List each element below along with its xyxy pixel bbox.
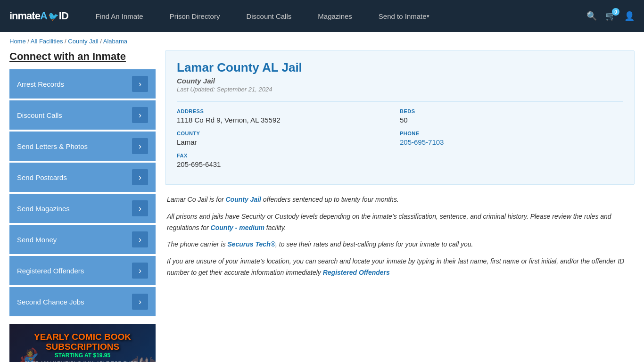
arrow-icon: › (132, 169, 148, 185)
fax-label: FAX (177, 153, 400, 158)
fax-cell: FAX 205-695-6431 (177, 153, 400, 175)
arrow-icon: › (132, 231, 148, 247)
nav-discount-calls[interactable]: Discount Calls (233, 0, 305, 32)
county-cell: COUNTY Lamar (177, 131, 400, 153)
header: inmateA🐦ID Find An Inmate Prison Directo… (0, 0, 644, 32)
content-area: Lamar County AL Jail County Jail Last Up… (165, 50, 635, 362)
facility-card: Lamar County AL Jail County Jail Last Up… (165, 50, 635, 185)
desc-para4: If you are unsure of your inmate’s locat… (167, 256, 633, 279)
phone-cell: PHONE 205-695-7103 (400, 131, 623, 153)
sidebar-send-magazines[interactable]: Send Magazines › (9, 194, 156, 223)
logo[interactable]: inmateA🐦ID (9, 10, 68, 22)
facility-info-grid: ADDRESS 1118 Co Rd 9, Vernon, AL 35592 B… (177, 101, 623, 175)
nav-send-to-inmate[interactable]: Send to Inmate (365, 0, 443, 32)
main-layout: Connect with an Inmate Arrest Records › … (0, 50, 644, 362)
securus-tech-link[interactable]: Securus Tech® (227, 240, 275, 248)
phone-label: PHONE (400, 131, 623, 136)
logo-text: inmateA🐦ID (9, 10, 68, 22)
facility-description: Lamar Co Jail is for County Jail offende… (165, 194, 635, 279)
facility-type: County Jail (177, 77, 623, 85)
sidebar: Connect with an Inmate Arrest Records › … (9, 50, 156, 362)
county-label: COUNTY (177, 131, 400, 136)
breadcrumb: Home / All Facilities / County Jail / Al… (0, 32, 644, 50)
user-icon[interactable]: 👤 (624, 11, 635, 21)
arrow-icon: › (132, 263, 148, 279)
facility-updated: Last Updated: September 21, 2024 (177, 86, 623, 93)
fax-value: 205-695-6431 (177, 160, 400, 168)
header-icons: 🔍 🛒 0 👤 (586, 11, 635, 21)
cart-badge: 0 (612, 8, 619, 16)
county-medium-link[interactable]: County - medium (211, 224, 264, 231)
address-value: 1118 Co Rd 9, Vernon, AL 35592 (177, 116, 400, 124)
desc-para3: The phone carrier is Securus Tech®, to s… (167, 239, 633, 250)
desc-para1: Lamar Co Jail is for County Jail offende… (167, 194, 633, 206)
breadcrumb-county-jail[interactable]: County Jail (68, 38, 98, 45)
sidebar-registered-offenders[interactable]: Registered Offenders › (9, 256, 156, 285)
desc-para2: All prisons and jails have Security or C… (167, 211, 633, 234)
ad-title: YEARLY COMIC BOOK SUBSCRIPTIONS (34, 332, 131, 352)
search-icon[interactable]: 🔍 (586, 11, 597, 21)
registered-offenders-link[interactable]: Registered Offenders (323, 269, 390, 276)
arrow-icon: › (132, 107, 148, 123)
sidebar-second-chance-jobs[interactable]: Second Chance Jobs › (9, 287, 156, 316)
arrow-icon: › (132, 76, 148, 92)
beds-value: 50 (400, 116, 623, 124)
sidebar-title: Connect with an Inmate (9, 50, 156, 63)
nav-find-inmate[interactable]: Find An Inmate (83, 0, 157, 32)
sidebar-ad[interactable]: 🦸 🦇 YEARLY COMIC BOOK SUBSCRIPTIONS STAR… (9, 324, 156, 362)
breadcrumb-home[interactable]: Home (9, 38, 26, 45)
facility-name: Lamar County AL Jail (177, 60, 623, 75)
arrow-icon: › (132, 200, 148, 216)
cart-icon[interactable]: 🛒 0 (605, 11, 616, 21)
address-label: ADDRESS (177, 108, 400, 114)
county-jail-link[interactable]: County Jail (225, 196, 261, 203)
sidebar-send-letters[interactable]: Send Letters & Photos › (9, 132, 156, 161)
ad-price: STARTING AT $19.95 (55, 352, 110, 359)
nav-prison-directory[interactable]: Prison Directory (157, 0, 233, 32)
beds-label: BEDS (400, 108, 623, 114)
arrow-icon: › (132, 138, 148, 154)
sidebar-send-money[interactable]: Send Money › (9, 225, 156, 254)
main-nav: Find An Inmate Prison Directory Discount… (83, 0, 586, 32)
county-value: Lamar (177, 138, 400, 146)
sidebar-send-postcards[interactable]: Send Postcards › (9, 163, 156, 192)
beds-cell: BEDS 50 (400, 108, 623, 131)
address-cell: ADDRESS 1118 Co Rd 9, Vernon, AL 35592 (177, 108, 400, 131)
phone-value: 205-695-7103 (400, 138, 623, 146)
sidebar-discount-calls[interactable]: Discount Calls › (9, 100, 156, 130)
sidebar-arrest-records[interactable]: Arrest Records › (9, 69, 156, 99)
arrow-icon: › (132, 294, 148, 310)
breadcrumb-alabama[interactable]: Alabama (103, 38, 127, 45)
breadcrumb-all-facilities[interactable]: All Facilities (31, 38, 63, 45)
nav-magazines[interactable]: Magazines (305, 0, 365, 32)
